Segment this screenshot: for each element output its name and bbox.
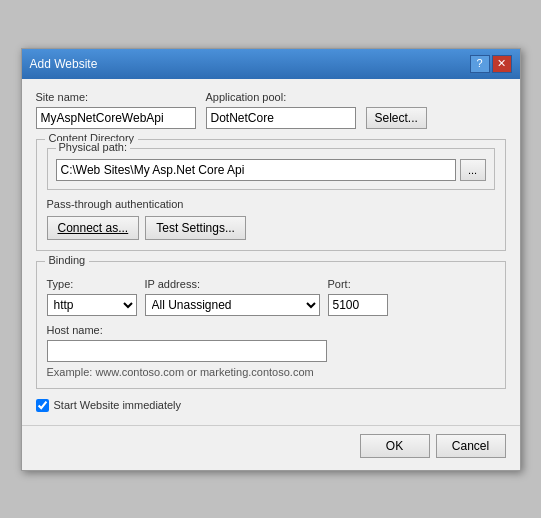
hostname-input[interactable] [47, 340, 327, 362]
ip-address-label: IP address: [145, 278, 320, 290]
auth-label: Pass-through authentication [47, 198, 495, 210]
test-settings-button[interactable]: Test Settings... [145, 216, 246, 240]
content-directory-section: Content Directory Physical path: ... Pas… [36, 139, 506, 251]
browse-button[interactable]: ... [460, 159, 486, 181]
title-bar: Add Website ? ✕ [22, 49, 520, 79]
add-website-dialog: Add Website ? ✕ Site name: Application p… [21, 48, 521, 471]
site-name-input[interactable] [36, 107, 196, 129]
cancel-button[interactable]: Cancel [436, 434, 506, 458]
title-bar-buttons: ? ✕ [470, 55, 512, 73]
port-input[interactable] [328, 294, 388, 316]
connect-as-button[interactable]: Connect as... [47, 216, 140, 240]
start-checkbox-row: Start Website immediately [36, 399, 506, 413]
physical-path-fieldset: Physical path: ... [47, 148, 495, 190]
binding-label: Binding [45, 254, 90, 266]
ip-address-select[interactable]: All Unassigned [145, 294, 320, 316]
help-button[interactable]: ? [470, 55, 490, 73]
physical-path-input[interactable] [56, 159, 456, 181]
binding-section: Binding Type: http https IP address: All… [36, 261, 506, 389]
port-label: Port: [328, 278, 388, 290]
type-label: Type: [47, 278, 137, 290]
physical-path-label: Physical path: [56, 141, 130, 153]
dialog-body: Site name: Application pool: Select... C… [22, 79, 520, 425]
site-app-row: Site name: Application pool: Select... [36, 91, 506, 129]
port-group: Port: [328, 278, 388, 316]
type-group: Type: http https [47, 278, 137, 316]
select-button[interactable]: Select... [366, 107, 427, 129]
auth-button-row: Connect as... Test Settings... [47, 216, 495, 240]
site-name-group: Site name: [36, 91, 196, 129]
app-pool-label: Application pool: [206, 91, 356, 103]
app-pool-input[interactable] [206, 107, 356, 129]
type-select[interactable]: http https [47, 294, 137, 316]
site-name-label: Site name: [36, 91, 196, 103]
start-website-checkbox[interactable] [36, 399, 49, 412]
hostname-group: Host name: [47, 324, 495, 362]
binding-row: Type: http https IP address: All Unassig… [47, 278, 495, 316]
example-text: Example: www.contoso.com or marketing.co… [47, 366, 495, 378]
app-pool-group: Application pool: [206, 91, 356, 129]
ip-address-group: IP address: All Unassigned [145, 278, 320, 316]
close-button[interactable]: ✕ [492, 55, 512, 73]
dialog-footer: OK Cancel [22, 425, 520, 470]
path-row: ... [56, 159, 486, 181]
hostname-label: Host name: [47, 324, 495, 336]
ok-button[interactable]: OK [360, 434, 430, 458]
dialog-title: Add Website [30, 57, 98, 71]
start-website-label: Start Website immediately [54, 399, 182, 411]
